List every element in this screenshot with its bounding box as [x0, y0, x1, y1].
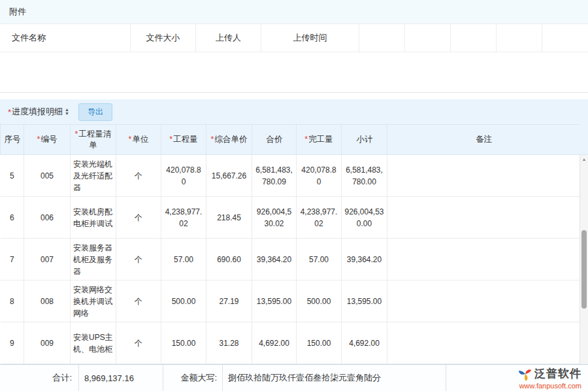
detail-table-row[interactable]: 7 007 安装服务器机柜及服务器 个 57.00 690.60 39,364.… — [1, 239, 580, 280]
attachments-col-empty — [405, 24, 451, 52]
cell-quantity: 420,078.80 — [161, 155, 206, 197]
cell-quantity: 500.00 — [161, 280, 206, 322]
cell-subtotal: 13,595.00 — [342, 280, 387, 322]
detail-table-row[interactable]: 8 008 安装网络交换机并调试网络 个 500.00 27.19 13,595… — [1, 280, 580, 322]
required-mark: * — [37, 135, 41, 144]
attachments-col-empty — [542, 24, 588, 52]
cell-subtotal: 6,581,483,780.00 — [342, 155, 387, 197]
cell-quantity: 57.00 — [161, 239, 206, 280]
cell-seq: 9 — [1, 322, 24, 364]
cell-code: 006 — [24, 197, 71, 239]
cell-unit: 个 — [116, 197, 161, 239]
column-label: 备注 — [476, 135, 492, 144]
column-label: 单位 — [132, 135, 148, 144]
cell-unit: 个 — [116, 280, 161, 322]
total-value: 8,969,137.16 — [78, 365, 163, 391]
cell-item-name: 安装光端机及光纤适配器 — [71, 155, 116, 197]
cell-code: 005 — [24, 155, 71, 197]
attachments-title: 附件 — [9, 6, 26, 18]
detail-column-header: 合价 — [252, 125, 297, 155]
detail-table-header-row: 序号 *编号 *工程量清单 *单位 *工程量 *综合单价 合价 *完工量 小计 — [1, 125, 580, 155]
attachments-col-empty — [451, 24, 497, 52]
detail-section-title: 进度填报明细 — [12, 106, 63, 118]
detail-column-header: *完工量 — [297, 125, 342, 155]
export-button[interactable]: 导出 — [78, 103, 112, 121]
cell-unit-price: 15,667.26 — [206, 155, 252, 197]
detail-column-header: *工程量 — [161, 125, 206, 155]
required-mark: * — [304, 135, 308, 144]
vendor-website-link[interactable]: www.fanpusoft.com — [519, 382, 581, 390]
detail-column-header: *单位 — [116, 125, 161, 155]
column-label: 工程量清单 — [78, 129, 111, 150]
vendor-branding: 泛普软件 www.fanpusoft.com — [446, 365, 588, 391]
column-label: 完工量 — [308, 135, 333, 144]
section-gap — [0, 93, 588, 99]
cell-unit: 个 — [116, 155, 161, 197]
required-mark: * — [169, 135, 172, 144]
attachments-section-bar: 附件 — [0, 0, 588, 24]
cell-quantity: 150.00 — [161, 322, 206, 364]
column-label: 综合单价 — [214, 135, 247, 144]
cell-seq: 5 — [1, 155, 24, 197]
cell-unit-price: 31.28 — [206, 322, 252, 364]
attachments-col-uploader: 上传人 — [196, 24, 261, 52]
column-label: 小计 — [357, 135, 373, 144]
cell-remark — [387, 280, 580, 322]
cell-subtotal: 4,692.00 — [342, 322, 387, 364]
vertical-scrollbar[interactable]: ▲ — [580, 155, 588, 364]
cell-remark — [387, 155, 580, 197]
attachments-col-empty — [497, 24, 542, 52]
detail-table-row[interactable]: 6 006 安装机房配电柜并调试 个 4,238,977.02 218.45 9… — [1, 197, 580, 239]
amount-words-value: 捌佰玖拾陆万玖仟壹佰叁拾柒元壹角陆分 — [222, 365, 446, 391]
header-filler — [580, 124, 588, 155]
detail-table-body: 5 005 安装光端机及光纤适配器 个 420,078.80 15,667.26… — [1, 155, 580, 364]
detail-table: 序号 *编号 *工程量清单 *单位 *工程量 *综合单价 合价 *完工量 小计 — [0, 124, 580, 364]
cell-code: 008 — [24, 280, 71, 322]
cell-seq: 7 — [1, 239, 24, 280]
cell-total-price: 926,004,530.02 — [252, 197, 297, 239]
detail-table-wrap: 序号 *编号 *工程量清单 *单位 *工程量 *综合单价 合价 *完工量 小计 — [0, 124, 588, 364]
cell-completed-quantity: 420,078.80 — [297, 155, 342, 197]
column-label: 编号 — [41, 135, 57, 144]
cell-total-price: 13,595.00 — [252, 280, 297, 322]
cell-remark — [387, 322, 580, 364]
cell-unit-price: 27.19 — [206, 280, 252, 322]
cell-seq: 6 — [1, 197, 24, 239]
cell-seq: 8 — [1, 280, 24, 322]
scrollbar-thumb[interactable] — [581, 230, 587, 309]
attachments-col-filename: 文件名称 — [0, 24, 131, 52]
detail-section-header: * 进度填报明细 ▲ ▼ 导出 — [0, 99, 588, 124]
required-mark: * — [75, 129, 78, 139]
column-label: 工程量 — [173, 135, 198, 144]
detail-column-header: 小计 — [342, 125, 387, 155]
cell-unit: 个 — [116, 322, 161, 364]
detail-table-row[interactable]: 9 009 安装UPS主机、电池柜 个 150.00 31.28 4,692.0… — [1, 322, 580, 364]
cell-total-price: 6,581,483,780.09 — [252, 155, 297, 197]
cell-total-price: 4,692.00 — [252, 322, 297, 364]
total-label: 合计: — [0, 365, 78, 391]
cell-quantity: 4,238,977.02 — [161, 197, 206, 239]
attachments-col-uploadtime: 上传时间 — [261, 24, 359, 52]
required-mark: * — [8, 107, 11, 117]
cell-code: 009 — [24, 322, 71, 364]
cell-item-name: 安装机房配电柜并调试 — [71, 197, 116, 239]
column-label: 合价 — [267, 135, 283, 144]
scroll-up-arrow-icon[interactable]: ▲ — [580, 155, 588, 163]
cell-unit-price: 218.45 — [206, 197, 252, 239]
required-mark: * — [211, 135, 214, 144]
summary-bar: 合计: 8,969,137.16 金额大写: 捌佰玖拾陆万玖仟壹佰叁拾柒元壹角陆… — [0, 364, 588, 391]
cell-completed-quantity: 4,238,977.02 — [297, 197, 342, 239]
fanpu-logo-icon — [519, 367, 532, 381]
detail-column-header: *编号 — [24, 125, 71, 155]
cell-item-name: 安装网络交换机并调试网络 — [71, 280, 116, 322]
detail-column-header: 备注 — [387, 125, 580, 155]
detail-column-header: 序号 — [1, 125, 24, 155]
vendor-name: 泛普软件 — [534, 366, 581, 381]
cell-remark — [387, 239, 580, 280]
sort-down-icon: ▼ — [65, 112, 69, 116]
cell-unit: 个 — [116, 239, 161, 280]
detail-table-row[interactable]: 5 005 安装光端机及光纤适配器 个 420,078.80 15,667.26… — [1, 155, 580, 197]
collapse-toggle-icon[interactable]: ▲ ▼ — [65, 108, 69, 116]
cell-completed-quantity: 500.00 — [297, 280, 342, 322]
attachments-col-empty — [359, 24, 405, 52]
